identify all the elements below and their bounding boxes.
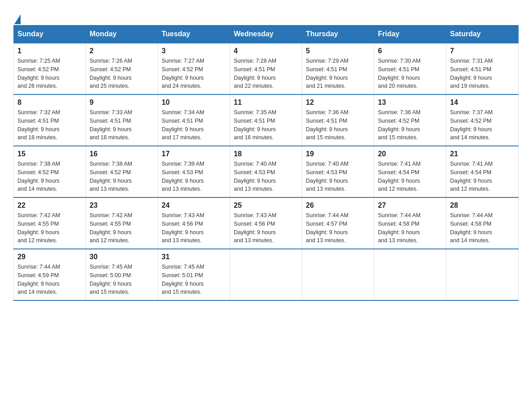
calendar-cell: 16Sunrise: 7:38 AMSunset: 4:52 PMDayligh… — [86, 146, 158, 197]
day-info: Sunrise: 7:41 AMSunset: 4:54 PMDaylight:… — [378, 160, 442, 193]
day-number: 11 — [234, 98, 298, 107]
day-info: Sunrise: 7:28 AMSunset: 4:51 PMDaylight:… — [234, 57, 298, 90]
day-number: 5 — [306, 47, 370, 55]
day-info: Sunrise: 7:32 AMSunset: 4:51 PMDaylight:… — [17, 108, 82, 142]
day-number: 18 — [234, 150, 298, 158]
day-info: Sunrise: 7:44 AMSunset: 4:57 PMDaylight:… — [306, 211, 370, 245]
calendar-cell: 8Sunrise: 7:32 AMSunset: 4:51 PMDaylight… — [14, 94, 86, 146]
day-info: Sunrise: 7:36 AMSunset: 4:51 PMDaylight:… — [306, 108, 370, 142]
calendar-table: SundayMondayTuesdayWednesdayThursdayFrid… — [13, 25, 519, 301]
day-number: 16 — [90, 150, 154, 158]
calendar-cell: 6Sunrise: 7:30 AMSunset: 4:51 PMDaylight… — [374, 43, 446, 94]
calendar-week-5: 29Sunrise: 7:44 AMSunset: 4:59 PMDayligh… — [14, 249, 519, 300]
day-info: Sunrise: 7:44 AMSunset: 4:59 PMDaylight:… — [17, 263, 82, 296]
day-info: Sunrise: 7:26 AMSunset: 4:52 PMDaylight:… — [90, 57, 154, 90]
calendar-cell: 31Sunrise: 7:45 AMSunset: 5:01 PMDayligh… — [158, 249, 230, 300]
day-number: 17 — [162, 150, 226, 158]
calendar-cell: 23Sunrise: 7:42 AMSunset: 4:55 PMDayligh… — [86, 197, 158, 249]
calendar-header-row: SundayMondayTuesdayWednesdayThursdayFrid… — [14, 26, 519, 43]
calendar-cell — [302, 249, 374, 300]
day-info: Sunrise: 7:33 AMSunset: 4:51 PMDaylight:… — [90, 108, 154, 142]
day-number: 14 — [450, 98, 515, 107]
calendar-cell — [374, 249, 446, 300]
calendar-cell: 10Sunrise: 7:34 AMSunset: 4:51 PMDayligh… — [158, 94, 230, 146]
logo — [13, 13, 21, 21]
weekday-header-wednesday: Wednesday — [230, 26, 302, 43]
day-number: 21 — [450, 150, 515, 158]
day-number: 1 — [17, 47, 82, 55]
calendar-cell: 15Sunrise: 7:38 AMSunset: 4:52 PMDayligh… — [14, 146, 86, 197]
logo-triangle-icon — [14, 14, 21, 24]
calendar-week-1: 1Sunrise: 7:25 AMSunset: 4:52 PMDaylight… — [14, 43, 519, 94]
day-info: Sunrise: 7:37 AMSunset: 4:52 PMDaylight:… — [450, 108, 515, 142]
day-number: 4 — [234, 47, 298, 55]
day-number: 22 — [17, 201, 82, 210]
day-number: 26 — [306, 201, 370, 210]
calendar-cell: 21Sunrise: 7:41 AMSunset: 4:54 PMDayligh… — [446, 146, 519, 197]
day-info: Sunrise: 7:25 AMSunset: 4:52 PMDaylight:… — [17, 57, 82, 90]
day-info: Sunrise: 7:30 AMSunset: 4:51 PMDaylight:… — [378, 57, 442, 90]
calendar-cell: 14Sunrise: 7:37 AMSunset: 4:52 PMDayligh… — [446, 94, 519, 146]
weekday-header-thursday: Thursday — [302, 26, 374, 43]
calendar-cell: 13Sunrise: 7:36 AMSunset: 4:52 PMDayligh… — [374, 94, 446, 146]
weekday-header-friday: Friday — [374, 26, 446, 43]
day-number: 15 — [17, 150, 82, 158]
day-info: Sunrise: 7:31 AMSunset: 4:51 PMDaylight:… — [450, 57, 515, 90]
calendar-cell: 3Sunrise: 7:27 AMSunset: 4:52 PMDaylight… — [158, 43, 230, 94]
day-info: Sunrise: 7:40 AMSunset: 4:53 PMDaylight:… — [306, 160, 370, 193]
calendar-cell: 2Sunrise: 7:26 AMSunset: 4:52 PMDaylight… — [86, 43, 158, 94]
day-number: 9 — [90, 98, 154, 107]
day-info: Sunrise: 7:38 AMSunset: 4:52 PMDaylight:… — [17, 160, 82, 193]
day-number: 31 — [162, 253, 226, 261]
calendar-cell: 28Sunrise: 7:44 AMSunset: 4:58 PMDayligh… — [446, 197, 519, 249]
day-info: Sunrise: 7:44 AMSunset: 4:58 PMDaylight:… — [450, 211, 515, 245]
calendar-cell: 30Sunrise: 7:45 AMSunset: 5:00 PMDayligh… — [86, 249, 158, 300]
day-number: 3 — [162, 47, 226, 55]
weekday-header-saturday: Saturday — [446, 26, 519, 43]
day-number: 27 — [378, 201, 442, 210]
calendar-week-3: 15Sunrise: 7:38 AMSunset: 4:52 PMDayligh… — [14, 146, 519, 197]
day-number: 7 — [450, 47, 515, 55]
calendar-cell: 19Sunrise: 7:40 AMSunset: 4:53 PMDayligh… — [302, 146, 374, 197]
calendar-cell: 1Sunrise: 7:25 AMSunset: 4:52 PMDaylight… — [14, 43, 86, 94]
day-info: Sunrise: 7:42 AMSunset: 4:55 PMDaylight:… — [90, 211, 154, 245]
day-number: 29 — [17, 253, 82, 261]
day-number: 28 — [450, 201, 515, 210]
day-info: Sunrise: 7:36 AMSunset: 4:52 PMDaylight:… — [378, 108, 442, 142]
weekday-header-monday: Monday — [86, 26, 158, 43]
day-number: 10 — [162, 98, 226, 107]
day-number: 12 — [306, 98, 370, 107]
calendar-week-4: 22Sunrise: 7:42 AMSunset: 4:55 PMDayligh… — [14, 197, 519, 249]
calendar-cell: 29Sunrise: 7:44 AMSunset: 4:59 PMDayligh… — [14, 249, 86, 300]
day-info: Sunrise: 7:39 AMSunset: 4:53 PMDaylight:… — [162, 160, 226, 193]
calendar-cell: 27Sunrise: 7:44 AMSunset: 4:58 PMDayligh… — [374, 197, 446, 249]
calendar-cell — [446, 249, 519, 300]
day-info: Sunrise: 7:38 AMSunset: 4:52 PMDaylight:… — [90, 160, 154, 193]
day-number: 8 — [17, 98, 82, 107]
day-number: 30 — [90, 253, 154, 261]
day-info: Sunrise: 7:42 AMSunset: 4:55 PMDaylight:… — [17, 211, 82, 245]
day-info: Sunrise: 7:29 AMSunset: 4:51 PMDaylight:… — [306, 57, 370, 90]
calendar-cell: 5Sunrise: 7:29 AMSunset: 4:51 PMDaylight… — [302, 43, 374, 94]
day-number: 2 — [90, 47, 154, 55]
calendar-cell: 17Sunrise: 7:39 AMSunset: 4:53 PMDayligh… — [158, 146, 230, 197]
day-number: 20 — [378, 150, 442, 158]
day-number: 6 — [378, 47, 442, 55]
day-number: 23 — [90, 201, 154, 210]
day-info: Sunrise: 7:45 AMSunset: 5:00 PMDaylight:… — [90, 263, 154, 296]
calendar-week-2: 8Sunrise: 7:32 AMSunset: 4:51 PMDaylight… — [14, 94, 519, 146]
calendar-cell: 18Sunrise: 7:40 AMSunset: 4:53 PMDayligh… — [230, 146, 302, 197]
day-info: Sunrise: 7:34 AMSunset: 4:51 PMDaylight:… — [162, 108, 226, 142]
calendar-cell: 20Sunrise: 7:41 AMSunset: 4:54 PMDayligh… — [374, 146, 446, 197]
weekday-header-tuesday: Tuesday — [158, 26, 230, 43]
page-header — [13, 9, 519, 21]
day-info: Sunrise: 7:44 AMSunset: 4:58 PMDaylight:… — [378, 211, 442, 245]
calendar-cell: 12Sunrise: 7:36 AMSunset: 4:51 PMDayligh… — [302, 94, 374, 146]
day-number: 13 — [378, 98, 442, 107]
calendar-cell: 26Sunrise: 7:44 AMSunset: 4:57 PMDayligh… — [302, 197, 374, 249]
day-info: Sunrise: 7:27 AMSunset: 4:52 PMDaylight:… — [162, 57, 226, 90]
day-number: 19 — [306, 150, 370, 158]
weekday-header-sunday: Sunday — [14, 26, 86, 43]
day-number: 25 — [234, 201, 298, 210]
calendar-cell: 25Sunrise: 7:43 AMSunset: 4:56 PMDayligh… — [230, 197, 302, 249]
